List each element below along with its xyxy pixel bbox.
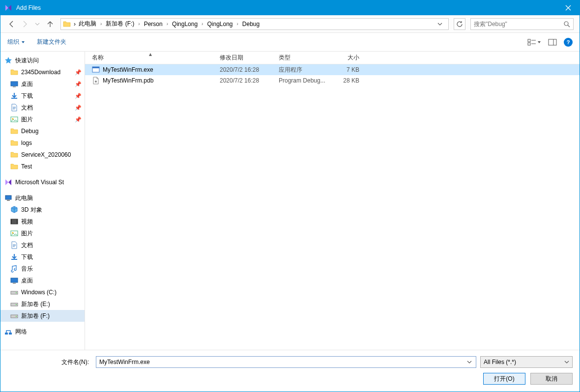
sidebar-item-label: 桌面 <box>21 80 72 88</box>
sidebar-item-pc[interactable]: 音乐 <box>0 263 85 275</box>
vs-icon <box>4 178 12 186</box>
body-area: 快速访问2345Download📌桌面📌下载📌文档📌图片📌DebuglogsSe… <box>0 52 580 350</box>
sidebar-item-label: Test <box>21 163 82 170</box>
refresh-button[interactable] <box>454 18 465 30</box>
sidebar-item-label: 网络 <box>15 328 82 336</box>
svg-rect-5 <box>13 86 16 87</box>
chevron-right-icon: › <box>236 21 239 27</box>
col-name[interactable]: 名称 <box>88 54 216 62</box>
breadcrumb-segment[interactable]: 此电脑› <box>76 19 103 29</box>
cancel-button[interactable]: 取消 <box>530 373 573 385</box>
col-size[interactable]: 大小 <box>334 54 363 62</box>
drive-icon <box>10 312 18 320</box>
sidebar-item-qa[interactable]: 下载📌 <box>0 90 85 102</box>
sidebar: 快速访问2345Download📌桌面📌下载📌文档📌图片📌DebuglogsSe… <box>0 52 85 350</box>
svg-point-22 <box>16 316 17 317</box>
open-button[interactable]: 打开(O) <box>483 373 525 385</box>
breadcrumb-segment[interactable]: Person› <box>141 20 169 28</box>
sidebar-item-label: 图片 <box>21 115 72 124</box>
sidebar-vs[interactable]: Microsoft Visual St <box>0 176 85 188</box>
file-icon <box>92 66 100 74</box>
star-icon <box>4 56 12 64</box>
download-icon <box>10 253 18 261</box>
sidebar-item-qa[interactable]: Test <box>0 161 85 172</box>
sidebar-item-label: 文档 <box>21 241 82 250</box>
sidebar-item-qa[interactable]: logs <box>0 137 85 149</box>
nav-up-button[interactable] <box>45 19 56 29</box>
breadcrumb-label: Debug <box>239 20 262 28</box>
sidebar-item-qa[interactable]: 文档📌 <box>0 102 85 113</box>
col-date[interactable]: 修改日期 <box>216 54 275 62</box>
folder-icon <box>10 139 18 147</box>
3d-icon <box>10 206 18 214</box>
file-row[interactable]: MyTestWinFrm.exe 2020/7/2 16:28 应用程序 7 K… <box>85 64 580 75</box>
drive-icon <box>10 300 18 308</box>
preview-pane-button[interactable] <box>548 39 557 46</box>
sidebar-item-label: 快速访问 <box>15 56 82 65</box>
sidebar-item-qa[interactable]: 图片📌 <box>0 113 85 125</box>
sidebar-item-pc[interactable]: 视频 <box>0 216 85 227</box>
sidebar-item-pc[interactable]: 3D 对象 <box>0 204 85 216</box>
file-row[interactable]: MyTestWinFrm.pdb 2020/7/2 16:28 Program … <box>85 75 580 86</box>
search-input[interactable] <box>474 21 563 28</box>
navbar: › 此电脑›新加卷 (F:)›Person›QingLong›QingLong›… <box>0 15 580 33</box>
svg-rect-23 <box>5 333 8 335</box>
sidebar-item-pc[interactable]: 下载 <box>0 251 85 263</box>
pic-icon <box>10 115 18 123</box>
nav-back-button[interactable] <box>6 19 17 29</box>
search-box[interactable] <box>470 18 574 30</box>
help-button[interactable]: ? <box>564 38 573 47</box>
doc-icon <box>10 104 18 112</box>
breadcrumb-segment[interactable]: Debug <box>239 20 262 28</box>
sidebar-network[interactable]: 网络 <box>0 326 85 337</box>
svg-rect-9 <box>7 200 10 201</box>
breadcrumb-segment[interactable]: QingLong› <box>169 20 204 28</box>
chevron-right-icon: › <box>137 21 141 27</box>
sidebar-quick-access[interactable]: 快速访问 <box>0 55 85 66</box>
filename-input[interactable] <box>96 359 467 365</box>
sidebar-item-qa[interactable]: ServiceX_2020060 <box>0 149 85 161</box>
pin-icon: 📌 <box>75 93 82 99</box>
svg-point-20 <box>16 304 17 305</box>
sidebar-item-pc[interactable]: Windows (C:) <box>0 286 85 298</box>
breadcrumb-label: 此电脑 <box>76 19 99 29</box>
pc-icon <box>4 194 12 202</box>
close-button[interactable] <box>557 0 580 15</box>
cancel-button-label: 取消 <box>546 375 557 383</box>
sidebar-item-qa[interactable]: Debug <box>0 125 85 137</box>
svg-rect-16 <box>13 283 16 284</box>
sidebar-item-pc[interactable]: 文档 <box>0 239 85 251</box>
new-folder-button[interactable]: 新建文件夹 <box>37 38 66 46</box>
sidebar-item-pc[interactable]: 图片 <box>0 227 85 239</box>
file-list[interactable]: MyTestWinFrm.exe 2020/7/2 16:28 应用程序 7 K… <box>85 64 580 350</box>
svg-rect-4 <box>11 82 18 86</box>
download-icon <box>10 92 18 100</box>
view-mode-button[interactable] <box>527 39 541 46</box>
svg-rect-1 <box>528 39 530 42</box>
filename-combobox[interactable] <box>96 356 476 368</box>
svg-rect-24 <box>9 333 12 335</box>
folder-icon <box>10 163 18 170</box>
sidebar-item-label: Windows (C:) <box>21 289 82 296</box>
sidebar-item-label: Microsoft Visual St <box>15 179 82 186</box>
sidebar-item-label: logs <box>21 140 82 146</box>
breadcrumb-segment[interactable]: QingLong› <box>204 20 239 28</box>
svg-rect-15 <box>11 278 18 282</box>
sidebar-this-pc[interactable]: 此电脑 <box>0 192 85 204</box>
sidebar-item-pc[interactable]: 新加卷 (E:) <box>0 298 85 310</box>
address-bar[interactable]: › 此电脑›新加卷 (F:)›Person›QingLong›QingLong›… <box>60 18 449 30</box>
file-name-cell: MyTestWinFrm.pdb <box>88 77 216 84</box>
filename-dropdown[interactable] <box>467 360 476 364</box>
col-type[interactable]: 类型 <box>275 54 334 62</box>
sidebar-item-pc[interactable]: 桌面 <box>0 275 85 286</box>
nav-recent-dropdown[interactable] <box>32 19 43 29</box>
file-type-filter[interactable]: All Files (*.*) <box>480 356 573 368</box>
filename-label: 文件名(N): <box>7 358 92 366</box>
breadcrumb-segment[interactable]: 新加卷 (F:)› <box>103 19 141 29</box>
sidebar-item-pc[interactable]: 新加卷 (F:) <box>0 310 85 322</box>
organize-menu[interactable]: 组织 <box>7 38 25 46</box>
address-dropdown[interactable] <box>437 22 446 27</box>
sidebar-item-qa[interactable]: 2345Download📌 <box>0 66 85 78</box>
sidebar-item-label: 音乐 <box>21 265 82 273</box>
sidebar-item-qa[interactable]: 桌面📌 <box>0 78 85 90</box>
